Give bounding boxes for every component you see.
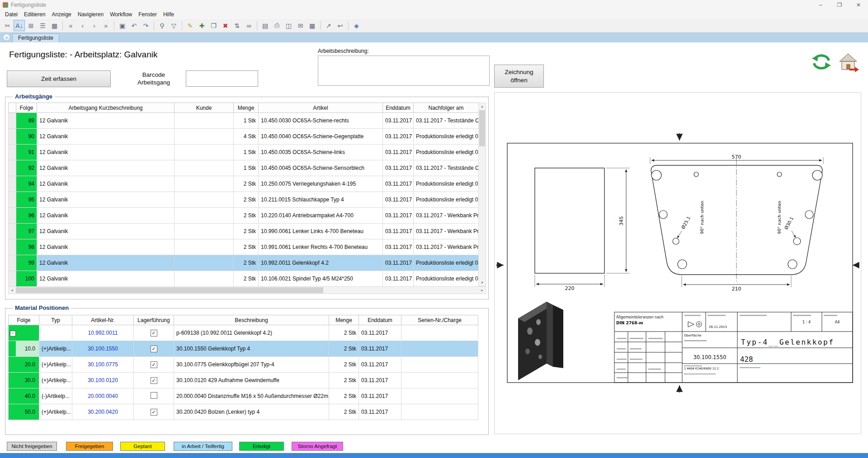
cell-artikel-nr[interactable]: 30.200.0420 — [72, 404, 134, 420]
column-header-menge[interactable]: Menge — [329, 315, 359, 325]
arbeitsgaenge-horizontal-scrollbar[interactable]: ◄ ► — [8, 286, 486, 294]
cell-serien-nr[interactable] — [401, 357, 478, 373]
row-selector[interactable] — [9, 271, 16, 287]
cell-enddatum[interactable]: 03.11.2017 — [359, 404, 401, 420]
cell-menge[interactable]: 2 Stk — [234, 192, 259, 208]
cell-kunde[interactable] — [175, 192, 234, 208]
lagerfuehrung-checkbox[interactable]: ✓ — [151, 377, 157, 384]
cell-folge[interactable]: 97 — [16, 224, 37, 239]
cell-enddatum[interactable]: 03.11.2017 — [383, 192, 414, 208]
delete-icon[interactable]: ✖ — [220, 20, 231, 31]
search-icon[interactable]: ⚲ — [156, 20, 168, 31]
table-icon[interactable]: ▦ — [307, 20, 318, 31]
cell-kurzbeschreibung[interactable]: 12 Galvanik — [37, 160, 175, 176]
redo-icon[interactable]: ↷ — [140, 20, 151, 31]
column-header-serien-nr-charge[interactable]: Serien-Nr./Charge — [401, 315, 478, 325]
cell-menge[interactable]: 1 Stk — [234, 145, 259, 160]
cell-kurzbeschreibung[interactable]: 12 Galvanik — [37, 271, 175, 287]
cell-enddatum[interactable]: 03.11.2017 — [383, 145, 414, 160]
arbeitsgang-row[interactable]: 8912 Galvanik1 Stk10.450.0030 OC6SA-Schi… — [9, 113, 479, 129]
row-selector[interactable] — [9, 176, 16, 192]
cell-serien-nr[interactable] — [401, 373, 478, 388]
material-row[interactable]: 20.0(+)Artikelp...30.100.0775✓30.100.077… — [9, 357, 478, 373]
lagerfuehrung-checkbox[interactable]: ✓ — [151, 409, 157, 416]
arbeitsgang-row[interactable]: 9512 Galvanik2 Stk10.211.0015 Schlauchka… — [9, 192, 479, 208]
cell-folge[interactable]: 90 — [16, 129, 37, 145]
column-header-folge[interactable]: Folge — [9, 315, 39, 325]
status-storno-angefragt[interactable]: Storno Angefragt — [292, 442, 343, 451]
cut-icon[interactable]: ✂ — [2, 20, 13, 31]
cell-nachfolger[interactable]: 03.11.2017 - Werkbank Press — [414, 224, 479, 239]
cell-nachfolger[interactable]: 03.11.2017 - Teststände OC — [414, 113, 479, 129]
cell-folge[interactable]: 94 — [16, 176, 37, 192]
cell-folge[interactable]: 98 — [16, 239, 37, 255]
status-erledigt[interactable]: Erledigt — [239, 442, 284, 451]
cell-artikel[interactable]: 10.250.0075 Verriegelungshaken 4-195 — [259, 176, 383, 192]
cell-kunde[interactable] — [175, 160, 234, 176]
cell-menge[interactable]: 1 Stk — [234, 113, 259, 129]
cell-beschreibung[interactable]: 30.100.0120 429 Aufnahme Gewindemuffe — [174, 373, 329, 388]
column-header-beschreibung[interactable]: Beschreibung — [174, 315, 329, 325]
grid-view-icon[interactable]: ▦ — [49, 20, 60, 31]
form-icon[interactable]: ▤ — [259, 20, 271, 31]
refresh-button[interactable] — [810, 51, 833, 74]
cell-kurzbeschreibung[interactable]: 12 Galvanik — [37, 224, 175, 239]
cell-menge[interactable]: 1 Stk — [234, 160, 259, 176]
cell-kurzbeschreibung[interactable]: 12 Galvanik — [37, 113, 175, 129]
cell-nachfolger[interactable]: Produktionsliste erledigt 03.11 — [414, 271, 479, 287]
cell-beschreibung[interactable]: 30.100.0775 Gelenkkopfbügel 207 Typ-4 — [174, 357, 329, 373]
cell-nachfolger[interactable]: 03.11.2017 - Werkbank Press — [414, 239, 479, 255]
cell-folge[interactable]: 91 — [16, 145, 37, 160]
save-icon[interactable]: ▣ — [117, 20, 128, 31]
list-view-icon[interactable]: ☰ — [37, 20, 48, 31]
cell-kunde[interactable] — [175, 176, 234, 192]
cell-folge[interactable]: 30.0 — [9, 373, 39, 388]
cell-kunde[interactable] — [175, 208, 234, 224]
preview-icon[interactable]: ◫ — [283, 20, 294, 31]
cell-kurzbeschreibung[interactable]: 12 Galvanik — [37, 239, 175, 255]
cell-artikel-nr[interactable]: 20.000.0040 — [72, 388, 134, 404]
edit-icon[interactable]: ✎ — [184, 20, 196, 31]
cell-lagerfuehrung[interactable]: ✓ — [134, 341, 174, 357]
cell-kunde[interactable] — [175, 224, 234, 239]
tab-fertigungsliste[interactable]: Fertigungsliste — [12, 33, 59, 42]
lagerfuehrung-checkbox[interactable]: ✓ — [151, 330, 157, 336]
cell-artikel[interactable]: 10.991.0061 Lenker Rechts 4-700 Beneteau — [259, 239, 383, 255]
material-row[interactable]: 40.0(-)Artikelp...20.000.004020.000.0040… — [9, 388, 478, 404]
cell-enddatum[interactable]: 03.11.2017 — [359, 357, 401, 373]
column-header-kunde[interactable]: Kunde — [175, 103, 234, 113]
cell-menge[interactable]: 2 Stk — [234, 224, 259, 239]
cell-kunde[interactable] — [175, 255, 234, 271]
arbeitsgang-row[interactable]: 9012 Galvanik4 Stk10.450.0040 OC6SA-Schi… — [9, 129, 479, 145]
cell-artikel[interactable]: 10.211.0015 Schlauchkappe Typ 4 — [259, 192, 383, 208]
cell-typ[interactable]: (-)Artikelp... — [39, 388, 72, 404]
cell-artikel-nr[interactable]: 30.100.0775 — [72, 357, 134, 373]
cell-nachfolger[interactable]: Produktionsliste erledigt 03.11 — [414, 192, 479, 208]
scroll-up-icon[interactable]: ▲ — [479, 103, 486, 110]
scroll-down-icon[interactable]: ▼ — [479, 279, 486, 286]
menu-workflow[interactable]: Workflow — [107, 10, 135, 19]
row-selector[interactable] — [9, 113, 16, 129]
arbeitsbeschreibung-textarea[interactable] — [318, 56, 490, 86]
cell-kurzbeschreibung[interactable]: 12 Galvanik — [37, 129, 175, 145]
cell-beschreibung[interactable]: 30.100.1550 Gelenkkopf Typ 4 — [174, 341, 329, 357]
move-icon[interactable]: ⇅ — [231, 20, 243, 31]
cell-menge[interactable]: 4 Stk — [234, 129, 259, 145]
cell-lagerfuehrung[interactable]: ✓ — [134, 357, 174, 373]
next-record-icon[interactable]: › — [89, 20, 100, 31]
cell-menge[interactable]: 2 Stk — [234, 255, 259, 271]
cell-kurzbeschreibung[interactable]: 12 Galvanik — [37, 208, 175, 224]
cell-typ[interactable] — [39, 325, 72, 341]
column-header-gutter[interactable] — [9, 103, 16, 113]
cell-menge[interactable]: 2 Stk — [329, 341, 359, 357]
menu-anzeige[interactable]: Anzeige — [48, 10, 74, 19]
row-selector[interactable] — [9, 160, 16, 176]
column-header-enddatum[interactable]: Enddatum — [359, 315, 401, 325]
column-header-arbeitsgang-kurzbeschreibung[interactable]: Arbeitsgang Kurzbeschreibung — [37, 103, 175, 113]
status-geplant[interactable]: Geplant — [120, 442, 165, 451]
column-header-artikel[interactable]: Artikel — [259, 103, 383, 113]
back-icon[interactable]: ‹ — [3, 33, 10, 41]
barcode-input[interactable] — [186, 70, 258, 87]
material-row[interactable]: 50.0(+)Artikelp...30.200.0420✓30.200.042… — [9, 404, 478, 420]
cell-serien-nr[interactable] — [401, 325, 478, 341]
